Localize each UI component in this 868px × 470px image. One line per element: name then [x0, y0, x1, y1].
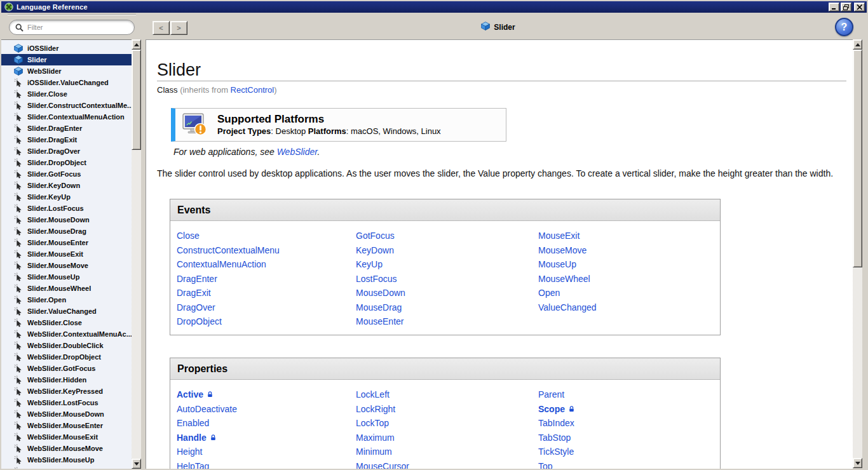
property-link[interactable]: TabIndex — [538, 418, 574, 428]
event-link[interactable]: MouseMove — [538, 245, 587, 255]
property-link[interactable]: TickStyle — [538, 446, 574, 457]
sidebar-item[interactable]: WebSlider.MouseEnter — [1, 420, 132, 431]
help-button[interactable]: ? — [835, 18, 853, 36]
sidebar-item[interactable]: WebSlider.KeyPressed — [1, 386, 132, 397]
sidebar-item[interactable]: Slider.KeyDown — [1, 180, 132, 191]
property-link[interactable]: TabStop — [538, 433, 571, 443]
content-scrollbar[interactable] — [853, 39, 862, 468]
sidebar-item[interactable]: Slider.DropObject — [1, 157, 132, 168]
event-cursor-icon — [14, 124, 23, 133]
sidebar-item[interactable]: Slider.LostFocus — [1, 203, 132, 214]
event-link[interactable]: Close — [177, 231, 200, 241]
scroll-down-button[interactable] — [132, 459, 141, 469]
scroll-up-button[interactable] — [132, 39, 141, 50]
sidebar-item[interactable]: WebSlider.MouseUp — [1, 454, 132, 466]
property-link[interactable]: Handle — [177, 433, 207, 443]
sidebar-scrollbar[interactable] — [132, 39, 141, 469]
property-link[interactable]: Top — [538, 461, 553, 469]
event-link[interactable]: MouseUp — [538, 259, 576, 269]
property-link[interactable]: Parent — [538, 389, 564, 399]
sidebar-item[interactable]: Slider.GotFocus — [1, 168, 132, 180]
event-link[interactable]: DragExit — [177, 288, 211, 298]
event-link[interactable]: DragOver — [177, 302, 215, 312]
minimize-button[interactable] — [829, 3, 839, 11]
event-link[interactable]: ContextualMenuAction — [177, 259, 266, 269]
help-glyph: ? — [841, 22, 848, 33]
event-link[interactable]: DragEnter — [177, 274, 217, 284]
event-link[interactable]: Open — [538, 288, 560, 298]
sidebar-item[interactable]: Slider.MouseWheel — [1, 283, 132, 294]
scroll-down-button[interactable] — [853, 458, 862, 468]
event-link[interactable]: MouseExit — [538, 231, 580, 241]
property-cell: AutoDeactivate — [177, 402, 237, 417]
event-link[interactable]: KeyUp — [356, 259, 383, 269]
event-link[interactable]: DropObject — [177, 316, 222, 326]
property-link[interactable]: Scope — [538, 404, 565, 414]
event-link[interactable]: MouseEnter — [356, 316, 403, 326]
property-link[interactable]: AutoDeactivate — [177, 404, 237, 414]
sidebar-item[interactable]: WebSlider — [1, 65, 132, 77]
property-link[interactable]: Minimum — [356, 446, 392, 457]
supported-platforms-box: Supported Platforms Project Types: Deskt… — [171, 108, 506, 142]
event-link[interactable]: MouseWheel — [538, 274, 590, 284]
sidebar-item[interactable]: Slider.MouseUp — [1, 271, 132, 283]
event-link[interactable]: ValueChanged — [538, 302, 597, 312]
sidebar-item[interactable]: Slider.Open — [1, 294, 132, 306]
event-link[interactable]: LostFocus — [356, 274, 397, 284]
lock-icon — [210, 434, 216, 441]
sidebar-item[interactable]: Slider.ValueChanged — [1, 306, 132, 317]
sidebar-item-selected[interactable]: Slider — [1, 54, 132, 65]
sidebar-item[interactable]: WebSlider.MouseExit — [1, 431, 132, 443]
sidebar-item[interactable]: WebSlider.LostFocus — [1, 397, 132, 408]
sidebar-item[interactable]: Slider.MouseExit — [1, 248, 132, 260]
close-button[interactable] — [854, 3, 865, 11]
property-link[interactable]: LockRight — [356, 404, 395, 414]
event-link[interactable]: GotFocus — [356, 231, 395, 241]
property-link[interactable]: Enabled — [177, 418, 209, 428]
sidebar-item[interactable]: WebSlider.GotFocus — [1, 363, 132, 374]
event-link[interactable]: MouseDrag — [356, 302, 402, 312]
scrollbar-thumb[interactable] — [132, 50, 141, 150]
scroll-up-button[interactable] — [853, 39, 862, 50]
sidebar-item-label: WebSlider.MouseEnter — [27, 422, 103, 429]
sidebar-item[interactable]: Slider.KeyUp — [1, 191, 132, 203]
sidebar-item[interactable]: Slider.MouseMove — [1, 260, 132, 271]
sidebar-item[interactable]: iOSSlider.ValueChanged — [1, 77, 132, 88]
sidebar-item[interactable]: WebSlider.DropObject — [1, 351, 132, 363]
rectcontrol-link[interactable]: RectControl — [231, 85, 275, 95]
titlebar[interactable]: Language Reference — [1, 1, 867, 13]
property-link[interactable]: Height — [177, 446, 202, 457]
sidebar-item[interactable]: Slider.MouseDown — [1, 214, 132, 225]
property-link[interactable]: MouseCursor — [356, 461, 409, 469]
webslider-link[interactable]: WebSlider — [277, 147, 318, 157]
sidebar-item[interactable]: Slider.ContextualMenuAction — [1, 111, 132, 123]
event-cell: Close — [177, 229, 280, 243]
sidebar-item[interactable]: Slider.DragEnter — [1, 123, 132, 134]
scrollbar-thumb[interactable] — [853, 50, 862, 267]
property-link[interactable]: LockTop — [356, 418, 389, 428]
event-link[interactable]: MouseDown — [356, 288, 405, 298]
property-link[interactable]: Active — [177, 389, 203, 399]
sidebar-item[interactable]: WebSlider.MouseDown — [1, 408, 132, 420]
sidebar-item[interactable]: Slider.MouseEnter — [1, 237, 132, 248]
sidebar-item[interactable]: WebSlider.DoubleClick — [1, 340, 132, 351]
sidebar-item[interactable]: Slider.DragOver — [1, 145, 132, 157]
sidebar-item[interactable]: Slider.Close — [1, 88, 132, 100]
sidebar-item[interactable]: Slider.ConstructContextualMe... — [1, 100, 132, 111]
event-link[interactable]: ConstructContextualMenu — [177, 245, 280, 255]
event-link[interactable]: KeyDown — [356, 245, 394, 255]
sidebar-item[interactable]: Slider.DragExit — [1, 134, 132, 145]
restore-button[interactable] — [841, 3, 851, 11]
sidebar-item[interactable]: WebSlider.Close — [1, 317, 132, 328]
property-link[interactable]: LockLeft — [356, 389, 390, 399]
sidebar-item[interactable]: Slider.MouseDrag — [1, 225, 132, 237]
sidebar-item[interactable]: WebSlider.Open — [1, 466, 132, 469]
sidebar-item[interactable]: WebSlider.MouseMove — [1, 443, 132, 454]
sidebar-item[interactable]: WebSlider.Hidden — [1, 374, 132, 386]
search-filter-input[interactable]: Filter — [9, 20, 135, 35]
property-link[interactable]: HelpTag — [177, 461, 209, 469]
property-link[interactable]: Maximum — [356, 433, 395, 443]
sidebar-item[interactable]: WebSlider.ContextualMenuAc... — [1, 328, 132, 340]
sidebar-item[interactable]: iOSSlider — [1, 43, 132, 54]
property-cell: LockTop — [356, 416, 409, 431]
